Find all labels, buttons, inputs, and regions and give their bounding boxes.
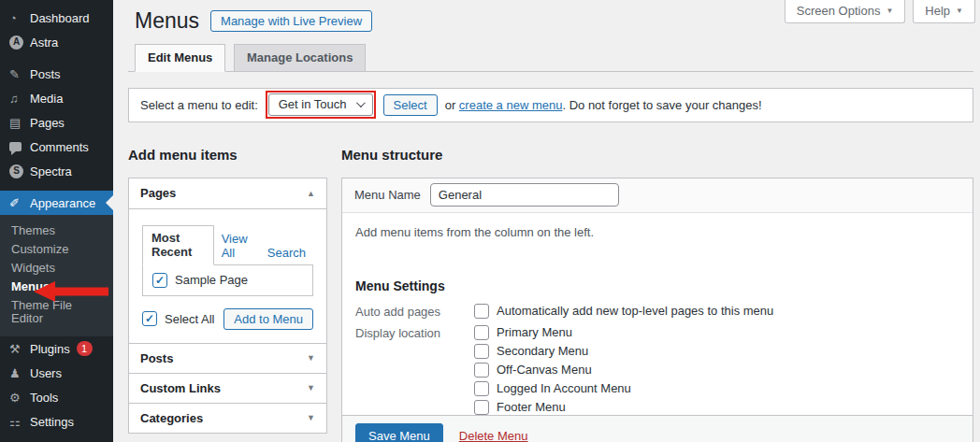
or-word: or: [445, 98, 456, 112]
annotation-red-arrow: [34, 280, 108, 306]
tab-most-recent[interactable]: Most Recent: [142, 225, 214, 265]
primary-menu-checkbox[interactable]: [474, 325, 489, 340]
delete-menu-link[interactable]: Delete Menu: [459, 429, 528, 442]
sidebar-item-plugins[interactable]: Plugins 1: [0, 336, 113, 361]
logged-in-account-menu-checkbox[interactable]: [474, 381, 489, 396]
tab-view-all[interactable]: View All: [214, 227, 260, 265]
tab-edit-menus[interactable]: Edit Menus: [135, 44, 225, 72]
sidebar-item-pages[interactable]: Pages: [0, 110, 113, 135]
chevron-down-icon: ▼: [307, 353, 315, 363]
admin-content: Screen Options ▼ Help ▼ Menus Manage wit…: [113, 0, 980, 442]
sidebar-item-label: Dashboard: [30, 11, 90, 25]
sidebar-item-media[interactable]: Media: [0, 86, 113, 110]
sidebar-item-comments[interactable]: Comments: [0, 135, 113, 159]
submenu-item-themes[interactable]: Themes: [0, 221, 113, 240]
accordion-custom-links-title: Custom Links: [140, 381, 221, 395]
accordion-pages[interactable]: Pages ▲: [129, 178, 326, 208]
wordpress-admin-menus-page: Dashboard A Astra Posts Media Pages Comm…: [0, 0, 980, 442]
sidebar-item-label: Tools: [30, 391, 58, 405]
appearance-submenu: Themes Customize Widgets Menus Theme Fil…: [0, 215, 113, 336]
select-button[interactable]: Select: [383, 94, 438, 116]
tab-search[interactable]: Search: [260, 241, 313, 265]
admin-sidebar: Dashboard A Astra Posts Media Pages Comm…: [0, 0, 113, 442]
auto-add-pages-option: Automatically add new top-level pages to…: [474, 304, 773, 319]
chevron-down-icon: ▼: [886, 7, 893, 15]
accordion-posts-title: Posts: [140, 351, 173, 365]
location-logged-in-account-menu: Logged In Account Menu: [474, 381, 631, 396]
save-menu-button[interactable]: Save Menu: [355, 423, 443, 442]
spectra-icon: S: [9, 164, 30, 178]
screen-options-button[interactable]: Screen Options ▼: [785, 0, 906, 23]
comments-bubble-icon: [9, 142, 30, 151]
location-off-canvas-menu: Off-Canvas Menu: [474, 363, 631, 378]
auto-add-pages-option-label: Automatically add new top-level pages to…: [497, 304, 773, 318]
footer-menu-checkbox[interactable]: [474, 400, 489, 415]
sidebar-item-spectra[interactable]: S Spectra: [0, 159, 113, 183]
create-new-menu-link[interactable]: create a new menu: [459, 98, 563, 112]
sidebar-item-appearance[interactable]: Appearance: [0, 191, 113, 215]
submenu-item-widgets[interactable]: Widgets: [0, 259, 113, 278]
chevron-down-icon: ▼: [956, 7, 963, 15]
add-to-menu-button[interactable]: Add to Menu: [223, 308, 313, 330]
sidebar-item-settings[interactable]: Settings: [0, 409, 113, 434]
off-canvas-menu-checkbox[interactable]: [474, 363, 489, 378]
list-item-sample-page: Sample Page: [152, 273, 303, 288]
sidebar-item-label: Appearance: [30, 196, 95, 210]
pages-actions-row: Select All Add to Menu: [142, 308, 313, 330]
select-all-label: Select All: [165, 312, 214, 326]
sample-page-checkbox[interactable]: [152, 273, 167, 288]
footer-menu-label: Footer Menu: [497, 400, 566, 414]
auto-add-pages-row: Auto add pages Automatically add new top…: [355, 304, 959, 319]
screen-options-label: Screen Options: [797, 4, 881, 18]
dashboard-icon: [9, 11, 30, 25]
chevron-down-icon: ▼: [307, 383, 315, 392]
menu-structure-heading: Menu structure: [341, 145, 973, 164]
sidebar-item-label: Posts: [30, 67, 61, 81]
auto-add-pages-checkbox[interactable]: [474, 304, 489, 319]
help-button[interactable]: Help ▼: [913, 0, 975, 23]
location-primary-menu: Primary Menu: [474, 325, 631, 340]
accordion-custom-links[interactable]: Custom Links ▼: [129, 373, 326, 403]
sidebar-item-posts[interactable]: Posts: [0, 62, 113, 86]
accordion-categories-title: Categories: [140, 411, 203, 425]
tab-manage-locations[interactable]: Manage Locations: [234, 44, 366, 72]
secondary-menu-checkbox[interactable]: [474, 344, 489, 359]
sidebar-item-dashboard[interactable]: Dashboard: [0, 6, 113, 30]
off-canvas-menu-label: Off-Canvas Menu: [497, 363, 592, 377]
appearance-brush-icon: [9, 196, 30, 210]
tools-icon: [9, 391, 30, 405]
accordion-pages-title: Pages: [140, 186, 176, 200]
pages-inner-tabs: Most Recent View All Search: [142, 225, 313, 265]
menu-edit-body: Add menu items from the column on the le…: [342, 213, 973, 415]
select-menu-bar: Select a menu to edit: Get in Touch Sele…: [128, 88, 973, 122]
sidebar-item-tools[interactable]: Tools: [0, 385, 113, 409]
chevron-down-icon: [355, 99, 365, 108]
sidebar-item-label: Pages: [30, 116, 65, 130]
accordion-posts[interactable]: Posts ▼: [129, 343, 326, 373]
users-icon: [9, 366, 30, 380]
accordion-categories[interactable]: Categories ▼: [129, 403, 326, 433]
menu-select-dropdown[interactable]: Get in Touch: [268, 93, 373, 116]
manage-with-live-preview-button[interactable]: Manage with Live Preview: [210, 10, 372, 32]
menu-name-input[interactable]: [430, 183, 619, 207]
sidebar-separator: [0, 434, 113, 441]
media-icon: [9, 92, 30, 106]
submenu-item-customize[interactable]: Customize: [0, 240, 113, 259]
menu-name-row: Menu Name: [342, 178, 973, 213]
select-all-row: Select All: [142, 311, 214, 326]
select-all-checkbox[interactable]: [142, 311, 157, 326]
or-text: or create a new menu. Do not forget to s…: [445, 98, 762, 112]
chevron-down-icon: ▼: [307, 413, 315, 422]
sidebar-item-label: Plugins: [30, 342, 70, 356]
plugins-update-badge: 1: [77, 341, 93, 356]
display-location-label: Display location: [355, 325, 474, 419]
menu-item-panels: Pages ▲ Most Recent View All Search: [128, 178, 327, 434]
display-location-options: Primary Menu Secondary Menu Off-Canvas M…: [474, 325, 631, 419]
screen-meta: Screen Options ▼ Help ▼: [785, 0, 975, 23]
sidebar-item-astra[interactable]: A Astra: [0, 30, 113, 54]
save-reminder-text: . Do not forget to save your changes!: [562, 98, 761, 112]
location-footer-menu: Footer Menu: [474, 400, 631, 415]
annotation-red-box: Get in Touch: [266, 91, 376, 119]
sidebar-item-users[interactable]: Users: [0, 361, 113, 385]
page-title: Menus: [135, 7, 199, 36]
